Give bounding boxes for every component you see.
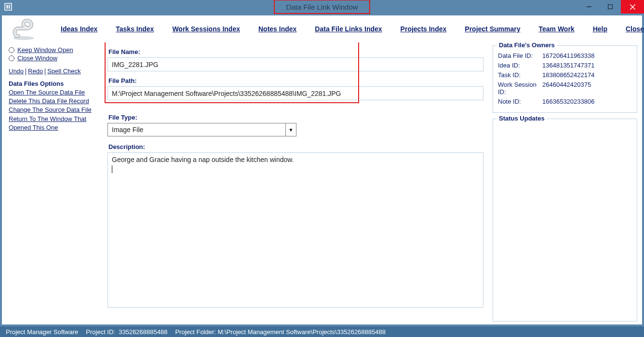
status-legend: Status Updates	[497, 115, 547, 122]
status-updates-fieldset: Status Updates	[493, 119, 637, 322]
right-column: Data File's Owners Data File ID:16720641…	[493, 45, 637, 322]
undo-link[interactable]: Undo	[9, 67, 24, 75]
file-name-label: File Name:	[108, 48, 488, 55]
app-logo-icon	[11, 16, 37, 42]
menu-help[interactable]: Help	[593, 25, 607, 33]
form-area: File Name: File Path: File Type: Image F…	[107, 45, 488, 322]
menu-team-work[interactable]: Team Work	[538, 25, 574, 33]
file-type-value: Image File	[108, 126, 147, 134]
sidebar: Keep Window Open Close Window UndoRedoSp…	[9, 45, 103, 322]
link-return-window[interactable]: Return To The Window That Opened This On…	[9, 115, 103, 132]
description-text: George and Gracie having a nap outside t…	[112, 156, 294, 163]
svg-rect-4	[608, 5, 613, 9]
status-app-name: Project Manager Software	[6, 328, 78, 336]
link-delete-record[interactable]: Delete This Data File Record	[9, 97, 103, 105]
menu-data-file-links-index[interactable]: Data File Links Index	[315, 25, 382, 33]
status-project-folder: Project Folder: M:\Project Management So…	[175, 328, 386, 336]
owners-legend: Data File's Owners	[497, 42, 557, 49]
owner-row-note: Note ID:166365320233806	[498, 98, 632, 105]
menu-tasks-index[interactable]: Tasks Index	[116, 25, 154, 33]
svg-rect-2	[9, 5, 10, 9]
menu-project-summary[interactable]: Project Summary	[465, 25, 520, 33]
sidebar-heading: Data Files Options	[9, 80, 103, 87]
statusbar: Project Manager Software Project ID: 335…	[0, 326, 644, 337]
close-button[interactable]	[621, 0, 644, 13]
menu-notes-index[interactable]: Notes Index	[258, 25, 296, 33]
status-project-id: Project ID: 33526268885488	[86, 328, 167, 336]
svg-rect-1	[6, 5, 8, 9]
file-name-input[interactable]	[107, 57, 483, 71]
menu-projects-index[interactable]: Projects Index	[401, 25, 447, 33]
file-path-label: File Path:	[108, 77, 488, 84]
description-label: Description:	[108, 143, 488, 150]
radio-label: Close Window	[17, 54, 57, 62]
radio-close-window[interactable]: Close Window	[9, 54, 103, 62]
link-change-source-file[interactable]: Change The Source Data File	[9, 106, 103, 113]
menubar: Ideas Index Tasks Index Work Sessions In…	[2, 15, 642, 42]
titlebar: Data File Link Window	[0, 0, 644, 13]
radio-icon	[9, 47, 14, 53]
minimize-button[interactable]	[578, 0, 600, 13]
file-type-select[interactable]: Image File ▼	[107, 123, 296, 136]
undo-redo-spell-row: UndoRedoSpell Check	[9, 67, 103, 75]
radio-icon	[9, 55, 14, 61]
window-title: Data File Link Window	[286, 3, 358, 11]
file-path-input[interactable]	[107, 86, 483, 100]
owner-row-datafile: Data File ID:167206411963338	[498, 52, 632, 59]
owner-row-worksession: Work Session ID:26460442420375	[498, 81, 632, 95]
description-textarea[interactable]: George and Gracie having a nap outside t…	[107, 152, 483, 308]
spellcheck-link[interactable]: Spell Check	[47, 67, 80, 75]
link-open-source-file[interactable]: Open The Source Data File	[9, 89, 103, 96]
app-icon	[3, 1, 13, 12]
menu-close-program[interactable]: Close Program	[626, 25, 644, 33]
menu-work-sessions-index[interactable]: Work Sessions Index	[172, 25, 240, 33]
file-type-label: File Type:	[108, 114, 488, 121]
owner-row-task: Task ID:183808652422174	[498, 71, 632, 79]
radio-keep-window-open[interactable]: Keep Window Open	[9, 46, 103, 54]
menu-ideas-index[interactable]: Ideas Index	[61, 25, 97, 33]
radio-label: Keep Window Open	[17, 46, 73, 54]
owner-row-idea: Idea ID:136481351747371	[498, 62, 632, 69]
redo-link[interactable]: Redo	[28, 67, 43, 75]
owners-fieldset: Data File's Owners Data File ID:16720641…	[493, 45, 637, 113]
text-cursor	[112, 165, 112, 173]
chevron-down-icon: ▼	[285, 123, 296, 136]
maximize-button[interactable]	[600, 0, 621, 13]
client-area: Ideas Index Tasks Index Work Sessions In…	[2, 15, 642, 324]
